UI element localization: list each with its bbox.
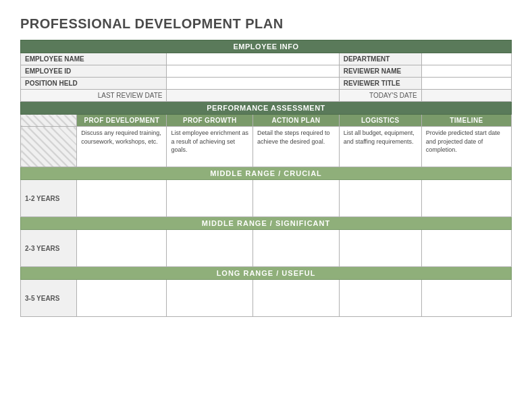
year1-col2[interactable] (167, 180, 253, 217)
desc-hatch (21, 127, 77, 167)
year1-col3[interactable] (253, 180, 340, 217)
col4-header: LOGISTICS (339, 115, 421, 127)
last-review-date-value[interactable] (167, 90, 339, 102)
reviewer-title-value[interactable] (421, 78, 511, 90)
year3-col1[interactable] (77, 280, 167, 317)
year1-label: 1-2 YEARS (21, 180, 77, 217)
employee-name-label: EMPLOYEE NAME (21, 53, 167, 65)
reviewer-name-label: REVIEWER NAME (339, 65, 421, 78)
department-value[interactable] (421, 53, 511, 65)
year3-col3[interactable] (253, 280, 340, 317)
year1-col5[interactable] (421, 180, 511, 217)
col0-header (21, 115, 77, 127)
col2-header: PROF GROWTH (167, 115, 253, 127)
year3-col2[interactable] (167, 280, 253, 317)
todays-date-value[interactable] (421, 90, 511, 102)
reviewer-name-value[interactable] (421, 65, 511, 78)
todays-date-label: TODAY'S DATE (339, 90, 421, 102)
performance-header: PERFORMANCE ASSESSMENT (21, 102, 512, 115)
range3-label: LONG RANGE / USEFUL (21, 267, 512, 280)
year2-label: 2-3 YEARS (21, 230, 77, 267)
desc-col4: List all budget, equipment, and staffing… (339, 127, 421, 167)
department-label: DEPARTMENT (339, 53, 421, 65)
employee-name-value[interactable] (167, 53, 339, 65)
last-review-date-label: LAST REVIEW DATE (21, 90, 167, 102)
year1-col4[interactable] (339, 180, 421, 217)
year2-col2[interactable] (167, 230, 253, 267)
desc-col3: Detail the steps required to achieve the… (253, 127, 340, 167)
employee-id-label: EMPLOYEE ID (21, 65, 167, 78)
desc-col1: Discuss any required training, coursewor… (77, 127, 167, 167)
page-title: PROFESSIONAL DEVELOPMENT PLAN (20, 16, 512, 32)
year2-col5[interactable] (421, 230, 511, 267)
year3-col4[interactable] (339, 280, 421, 317)
year3-label: 3-5 YEARS (21, 280, 77, 317)
desc-col5: Provide predicted start date and project… (421, 127, 511, 167)
desc-col2: List employee enrichment as a result of … (167, 127, 253, 167)
range1-label: MIDDLE RANGE / CRUCIAL (21, 167, 512, 180)
col1-header: PROF DEVELOPMENT (77, 115, 167, 127)
year1-col1[interactable] (77, 180, 167, 217)
year2-col3[interactable] (253, 230, 340, 267)
col5-header: TIMELINE (421, 115, 511, 127)
employee-id-value[interactable] (167, 65, 339, 78)
year3-col5[interactable] (421, 280, 511, 317)
reviewer-title-label: REVIEWER TITLE (339, 78, 421, 90)
position-held-label: POSITION HELD (21, 78, 167, 90)
range2-label: MIDDLE RANGE / SIGNIFICANT (21, 217, 512, 230)
position-held-value[interactable] (167, 78, 339, 90)
employee-info-header: EMPLOYEE INFO (21, 40, 512, 53)
year2-col4[interactable] (339, 230, 421, 267)
year2-col1[interactable] (77, 230, 167, 267)
col3-header: ACTION PLAN (253, 115, 340, 127)
